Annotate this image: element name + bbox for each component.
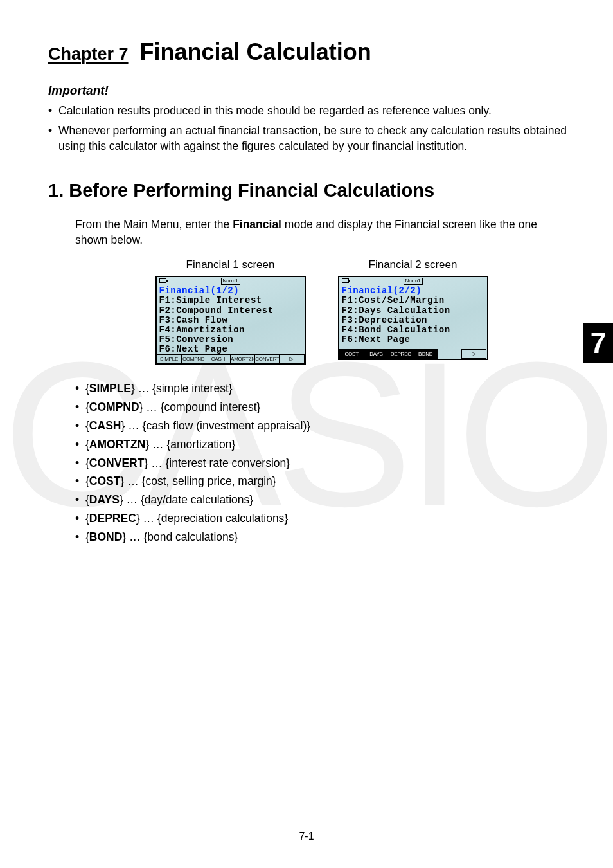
lcd-status-bar: Norm1 bbox=[157, 277, 305, 286]
list-item: Whenever performing an actual financial … bbox=[48, 123, 568, 154]
screen-caption: Financial 1 screen bbox=[155, 257, 306, 273]
chapter-label: Chapter 7 bbox=[48, 44, 129, 64]
list-item: {COMPND} … {compound interest} bbox=[75, 398, 568, 417]
screen-block-left: Financial 1 screen Norm1 Financial(1/2) … bbox=[155, 257, 306, 366]
lcd-fkeys: SIMPLE COMPND CASH AMORTZN CONVERT ▷ bbox=[157, 354, 305, 364]
fkey-tab: COST bbox=[339, 349, 364, 359]
lcd-line: F6:Next Page bbox=[342, 335, 484, 345]
chapter-heading: Chapter 7 Financial Calculation bbox=[48, 39, 568, 66]
lcd-line: F2:Days Calculation bbox=[342, 306, 484, 316]
lcd-title: Financial(2/2) bbox=[342, 286, 484, 296]
list-item: {CONVERT} … {interest rate conversion} bbox=[75, 454, 568, 473]
important-heading: Important! bbox=[48, 84, 568, 98]
lcd-body: Financial(2/2) F1:Cost/Sel/Margin F2:Day… bbox=[339, 286, 487, 349]
fkey-tab: DAYS bbox=[364, 349, 389, 359]
lcd-line: F1:Cost/Sel/Margin bbox=[342, 296, 484, 305]
section-heading: 1. Before Performing Financial Calculati… bbox=[48, 180, 568, 201]
page-content: Chapter 7 Financial Calculation Importan… bbox=[0, 0, 613, 547]
list-item: {COST} … {cost, selling price, margin} bbox=[75, 472, 568, 491]
list-item: {CASH} … {cash flow (investment appraisa… bbox=[75, 417, 568, 435]
lcd-line: F6:Next Page bbox=[159, 345, 302, 354]
battery-icon bbox=[159, 278, 166, 283]
list-item: {SIMPLE} … {simple interest} bbox=[75, 379, 568, 398]
lcd-line: F3:Depreciation bbox=[342, 316, 484, 325]
intro-paragraph: From the Main Menu, enter the Financial … bbox=[75, 217, 568, 248]
fkey-tab: COMPND bbox=[181, 354, 206, 364]
fkey-tab: SIMPLE bbox=[157, 354, 182, 364]
screens-row: Financial 1 screen Norm1 Financial(1/2) … bbox=[75, 257, 568, 366]
lcd-status-bar: Norm1 bbox=[339, 277, 487, 286]
norm-indicator: Norm1 bbox=[220, 278, 240, 285]
body-text: From the Main Menu, enter the Financial … bbox=[48, 217, 568, 547]
important-list: Calculation results produced in this mod… bbox=[48, 103, 568, 154]
list-item: {DAYS} … {day/date calculations} bbox=[75, 491, 568, 509]
norm-indicator: Norm1 bbox=[403, 278, 422, 285]
function-list: {SIMPLE} … {simple interest} {COMPND} … … bbox=[75, 379, 568, 547]
chapter-title: Financial Calculation bbox=[140, 39, 371, 65]
lcd-line: F4:Amortization bbox=[159, 325, 302, 335]
lcd-line: F4:Bond Calculation bbox=[342, 325, 484, 335]
lcd-screen-2: Norm1 Financial(2/2) F1:Cost/Sel/Margin … bbox=[338, 276, 488, 360]
list-item: {DEPREC} … {depreciation calculations} bbox=[75, 509, 568, 528]
fkey-arrow-icon: ▷ bbox=[279, 354, 304, 364]
lcd-line: F5:Conversion bbox=[159, 335, 302, 345]
battery-icon bbox=[342, 278, 349, 283]
fkey-arrow-icon: ▷ bbox=[461, 349, 486, 359]
lcd-line: F2:Compound Interest bbox=[159, 306, 302, 316]
lcd-line: F3:Cash Flow bbox=[159, 316, 302, 325]
lcd-body: Financial(1/2) F1:Simple Interest F2:Com… bbox=[157, 286, 305, 354]
list-item: {AMORTZN} … {amortization} bbox=[75, 435, 568, 454]
fkey-tab: CASH bbox=[206, 354, 231, 364]
lcd-title: Financial(1/2) bbox=[159, 286, 302, 296]
fkey-tab: DEPREC bbox=[388, 349, 413, 359]
fkey-tab: AMORTZN bbox=[230, 354, 255, 364]
page-number: 7-1 bbox=[0, 831, 613, 842]
lcd-screen-1: Norm1 Financial(1/2) F1:Simple Interest … bbox=[155, 276, 306, 365]
fkey-blank bbox=[438, 349, 461, 359]
list-item: Calculation results produced in this mod… bbox=[48, 103, 568, 119]
screen-block-right: Financial 2 screen Norm1 Financial(2/2) … bbox=[338, 257, 488, 366]
list-item: {BOND} … {bond calculations} bbox=[75, 528, 568, 547]
chapter-side-tab: 7 bbox=[583, 323, 613, 363]
screen-caption: Financial 2 screen bbox=[338, 257, 488, 273]
lcd-line: F1:Simple Interest bbox=[159, 296, 302, 305]
fkey-tab: BOND bbox=[413, 349, 438, 359]
fkey-tab: CONVERT bbox=[254, 354, 280, 364]
lcd-fkeys: COST DAYS DEPREC BOND ▷ bbox=[339, 349, 487, 359]
